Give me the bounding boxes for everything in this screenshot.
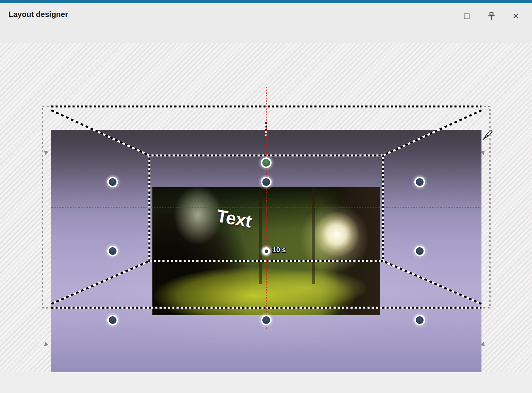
rotation-handle[interactable] — [261, 157, 272, 168]
layout-designer-window: Layout designer ✕ — [0, 0, 532, 393]
resize-handle-middle-left[interactable] — [107, 246, 118, 256]
pin-button[interactable] — [486, 11, 497, 21]
keyframe-center-marker[interactable] — [262, 246, 271, 256]
resize-handle-top-right[interactable] — [414, 177, 425, 187]
resize-handle-bottom-right[interactable] — [414, 315, 425, 326]
titlebar[interactable]: Layout designer ✕ — [0, 3, 532, 21]
transport-bar: ▼ — [0, 372, 532, 393]
maximize-icon — [464, 13, 470, 19]
corner-arrow-top-left — [42, 149, 49, 155]
tree-trunk-shape — [259, 187, 262, 284]
edit-pen-icon[interactable] — [481, 129, 494, 144]
window-accent-bar — [0, 0, 532, 3]
resize-handle-bottom-left[interactable] — [107, 315, 118, 326]
tree-trunk-shape — [312, 187, 315, 284]
resize-handle-top-center[interactable] — [261, 177, 272, 187]
resize-handle-middle-right[interactable] — [414, 246, 425, 256]
window-title: Layout designer — [8, 10, 68, 19]
corner-arrow-bottom-left — [42, 342, 49, 348]
center-dot — [265, 250, 268, 253]
close-button[interactable]: ✕ — [511, 11, 521, 21]
toolbar: ▼ — [0, 21, 532, 43]
resize-handle-bottom-center[interactable] — [261, 315, 272, 326]
maximize-button[interactable] — [461, 11, 471, 21]
canvas-work-area[interactable]: Text — [0, 43, 532, 372]
keyframe-time-label: 10 s — [272, 246, 286, 254]
resize-handle-top-left[interactable] — [107, 177, 118, 187]
pin-icon — [487, 12, 496, 21]
